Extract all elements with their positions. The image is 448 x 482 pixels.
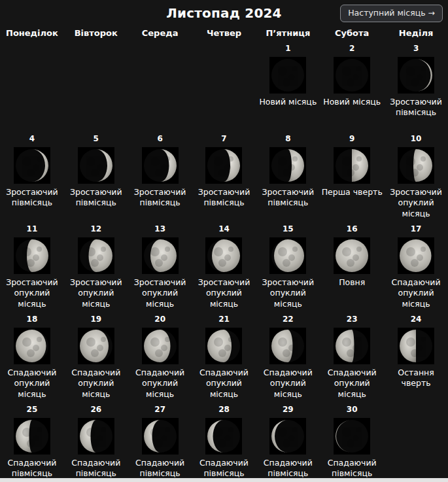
day-number: 1 xyxy=(285,44,290,54)
day-number: 11 xyxy=(27,224,38,234)
phase-label: Зростаючий півмісяць xyxy=(65,187,127,209)
day-number: 7 xyxy=(221,134,226,144)
day-cell: 16 Повня xyxy=(320,223,384,313)
phase-label: Зростаючий опуклий місяць xyxy=(129,277,191,309)
day-number: 26 xyxy=(90,405,101,415)
weekday-label: Четвер xyxy=(192,28,256,38)
moon-phase-image xyxy=(334,147,370,184)
phase-label: Зростаючий опуклий місяць xyxy=(65,277,127,309)
moon-phase-image xyxy=(205,237,242,274)
next-month-button[interactable]: Наступний місяць → xyxy=(340,5,443,22)
lunar-calendar-page: Листопад 2024 Наступний місяць → Понеділ… xyxy=(0,0,448,482)
day-cell: 11 Зростаючий опуклий місяць xyxy=(0,223,64,313)
day-number: 23 xyxy=(347,315,358,324)
moon-phase-image xyxy=(334,418,370,455)
phase-label: Новий місяць xyxy=(323,97,381,107)
day-cell: 25 Спадаючий півмісяць xyxy=(0,404,64,482)
phase-label: Спадаючий опуклий місяць xyxy=(257,368,319,400)
weekday-label: Субота xyxy=(320,28,384,38)
moon-phase-image xyxy=(334,57,370,94)
day-number: 30 xyxy=(347,405,358,415)
phase-label: Спадаючий опуклий місяць xyxy=(193,368,255,400)
weekday-label: Понеділок xyxy=(0,28,64,38)
day-cell: 27 Спадаючий півмісяць xyxy=(128,404,192,482)
day-cell: 1 Новий місяць xyxy=(256,43,320,133)
day-number: 28 xyxy=(218,405,230,415)
moon-phase-image xyxy=(78,147,114,184)
moon-phase-image xyxy=(269,328,306,364)
moon-phase-image xyxy=(142,328,179,364)
day-cell: 29 Спадаючий півмісяць xyxy=(256,404,320,482)
phase-label: Спадаючий півмісяць xyxy=(193,458,255,479)
day-cell: 22 Спадаючий опуклий місяць xyxy=(256,313,320,404)
day-number: 6 xyxy=(157,134,162,144)
phase-label: Спадаючий опуклий місяць xyxy=(321,368,383,400)
weekday-label: Середа xyxy=(128,28,192,38)
day-number: 10 xyxy=(411,134,422,144)
phase-label: Зростаючий опуклий місяць xyxy=(385,187,447,219)
day-cell: 13 Зростаючий опуклий місяць xyxy=(128,223,192,313)
phase-label: Зростаючий опуклий місяць xyxy=(257,277,319,309)
day-cell: 12 Зростаючий опуклий місяць xyxy=(64,223,128,313)
day-number: 29 xyxy=(283,405,294,415)
day-number: 15 xyxy=(283,224,294,234)
phase-label: Спадаючий півмісяць xyxy=(129,458,191,479)
day-cell: 4 Зростаючий півмісяць xyxy=(0,133,64,223)
day-cell: 21 Спадаючий опуклий місяць xyxy=(192,313,256,404)
moon-phase-image xyxy=(205,147,242,184)
phase-label: Повня xyxy=(339,277,365,288)
day-number: 16 xyxy=(347,224,358,234)
day-cell: 28 Спадаючий півмісяць xyxy=(192,404,256,482)
day-number: 20 xyxy=(154,315,165,324)
moon-phase-image xyxy=(398,328,434,364)
moon-phase-image xyxy=(78,237,114,274)
day-number: 18 xyxy=(27,315,38,324)
day-number: 2 xyxy=(349,44,354,54)
day-cell: 9 Перша чверть xyxy=(320,133,384,223)
moon-phase-image xyxy=(14,328,50,364)
phase-label: Зростаючий півмісяць xyxy=(385,97,447,118)
moon-phase-image xyxy=(269,237,306,274)
day-number: 21 xyxy=(218,315,230,324)
day-cell: 20 Спадаючий опуклий місяць xyxy=(128,313,192,404)
day-number: 4 xyxy=(29,134,35,144)
moon-phase-image xyxy=(269,147,306,184)
phase-label: Зростаючий півмісяць xyxy=(193,187,255,209)
day-number: 22 xyxy=(283,315,294,324)
day-number: 8 xyxy=(285,134,290,144)
day-cell: 23 Спадаючий опуклий місяць xyxy=(320,313,384,404)
weekday-row: ПонеділокВівторокСередаЧетверП’ятницяСуб… xyxy=(0,26,448,43)
weekday-label: Неділя xyxy=(384,28,448,38)
day-number: 12 xyxy=(90,224,101,234)
day-cell: 8 Зростаючий півмісяць xyxy=(256,133,320,223)
phase-label: Новий місяць xyxy=(259,97,317,107)
day-number: 25 xyxy=(27,405,38,415)
day-cell: 17 Спадаючий опуклий місяць xyxy=(384,223,448,313)
day-number: 17 xyxy=(411,224,422,234)
moon-phase-image xyxy=(142,147,179,184)
weekday-label: Вівторок xyxy=(64,28,128,38)
day-number: 5 xyxy=(94,134,99,144)
day-cell: 19 Спадаючий опуклий місяць xyxy=(64,313,128,404)
phase-label: Спадаючий півмісяць xyxy=(321,458,383,479)
phase-label: Остання чверть xyxy=(385,368,447,389)
phase-label: Спадаючий півмісяць xyxy=(1,458,63,479)
day-cell: 30 Спадаючий півмісяць xyxy=(320,404,384,482)
phase-label: Зростаючий півмісяць xyxy=(129,187,191,209)
moon-phase-image xyxy=(269,418,306,455)
page-title: Листопад 2024 xyxy=(166,5,282,21)
moon-phase-image xyxy=(334,237,370,274)
day-cell: 6 Зростаючий півмісяць xyxy=(128,133,192,223)
day-cell: 10 Зростаючий опуклий місяць xyxy=(384,133,448,223)
phase-label: Зростаючий опуклий місяць xyxy=(193,277,255,309)
moon-phase-image xyxy=(14,237,50,274)
phase-label: Перша чверть xyxy=(322,187,383,198)
day-cell: 14 Зростаючий опуклий місяць xyxy=(192,223,256,313)
phase-label: Зростаючий півмісяць xyxy=(1,187,63,209)
phase-label: Спадаючий опуклий місяць xyxy=(1,368,63,400)
day-cell: 5 Зростаючий півмісяць xyxy=(64,133,128,223)
moon-phase-image xyxy=(398,147,434,184)
day-number: 3 xyxy=(413,44,419,54)
moon-phase-image xyxy=(78,418,114,455)
moon-phase-image xyxy=(78,328,114,364)
